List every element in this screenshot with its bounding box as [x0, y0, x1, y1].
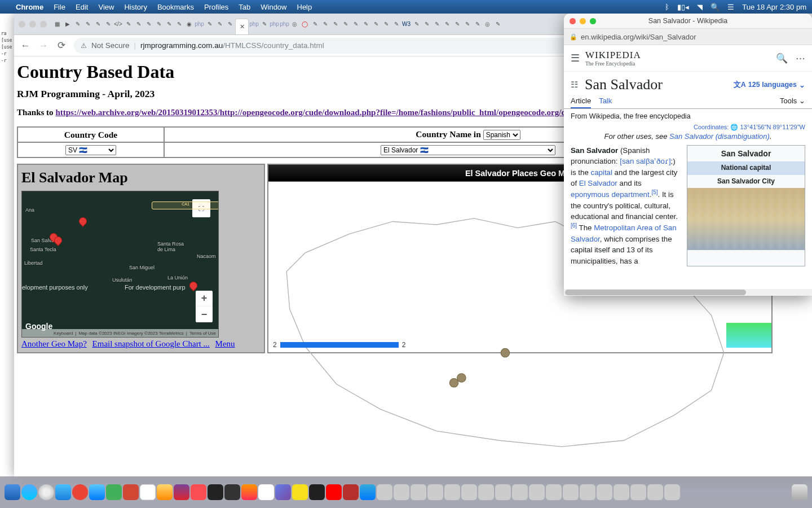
tab-icon[interactable]: ✎	[412, 19, 421, 29]
dock-app-icon[interactable]	[461, 484, 477, 500]
tab-icon[interactable]: ✎	[73, 19, 82, 29]
dock-app-icon[interactable]	[495, 484, 511, 500]
tab-icon[interactable]: ✎	[154, 19, 164, 29]
toc-icon[interactable]: ☷	[571, 80, 578, 90]
dock-app-icon[interactable]	[241, 484, 257, 500]
dock-app-icon[interactable]	[394, 484, 409, 500]
dock-app-icon[interactable]	[512, 484, 528, 500]
dock-app-icon[interactable]	[174, 484, 189, 500]
tab-icon[interactable]: ▦	[52, 19, 62, 29]
bluetooth-icon[interactable]: ᛒ	[665, 3, 669, 11]
coordinates-link[interactable]: 13°41′56″N 89°11′29″W	[740, 124, 805, 130]
minimize-icon[interactable]	[580, 18, 586, 24]
menu-window[interactable]: Window	[261, 3, 286, 11]
map-pin-icon[interactable]	[54, 237, 61, 248]
tab-icon[interactable]: php	[280, 19, 289, 29]
tab-talk[interactable]: Talk	[599, 97, 612, 108]
tab-article[interactable]: Article	[571, 97, 591, 108]
forward-button[interactable]: →	[38, 40, 49, 51]
country-code-select[interactable]: SV 🇸🇻	[65, 145, 116, 155]
tab-icon[interactable]: php	[270, 19, 279, 29]
menu-edit[interactable]: Edit	[76, 3, 88, 11]
dock-app-icon[interactable]	[647, 484, 663, 500]
zoom-out-button[interactable]: −	[196, 306, 213, 322]
dock-app-icon[interactable]	[529, 484, 545, 500]
tab-icon[interactable]: ✎	[493, 19, 502, 29]
dock-app-icon[interactable]	[343, 484, 359, 500]
tab-icon[interactable]: ✎	[174, 19, 184, 29]
menu-file[interactable]: File	[54, 3, 65, 11]
language-switcher[interactable]: 文A 125 languages ⌄	[734, 80, 805, 90]
dock-safari-icon[interactable]	[21, 484, 37, 500]
menubar-clock[interactable]: Tue 18 Apr 2:30 pm	[742, 3, 806, 11]
dock-app-icon[interactable]	[326, 484, 342, 500]
dock-app-icon[interactable]	[444, 484, 460, 500]
dock-app-icon[interactable]	[478, 484, 494, 500]
dock-app-icon[interactable]	[360, 484, 376, 500]
tab-icon[interactable]: ◎	[290, 19, 299, 29]
dock-app-icon[interactable]	[123, 484, 139, 500]
safari-addressbar[interactable]: 🔒 en.wikipedia.org/wiki/San_Salvador	[564, 28, 812, 45]
tab-icon[interactable]: ✎	[473, 19, 482, 29]
dock-calendar-icon[interactable]	[140, 484, 156, 500]
dock-settings-icon[interactable]	[38, 484, 54, 500]
tab-icon[interactable]: ✎	[361, 19, 370, 29]
hamburger-icon[interactable]: ☰	[571, 52, 580, 64]
dock-app-icon[interactable]	[377, 484, 392, 500]
dock-firefox-icon[interactable]	[258, 484, 274, 500]
reload-button[interactable]: ⟳	[56, 40, 67, 51]
tab-icon[interactable]: ✎	[452, 19, 462, 29]
tab-icon[interactable]: ✎	[134, 19, 143, 29]
zoom-in-button[interactable]: +	[196, 291, 213, 306]
tab-icon[interactable]: ✎	[391, 19, 401, 29]
tab-icon[interactable]: ▶	[63, 19, 72, 29]
dock-finder-icon[interactable]	[5, 484, 20, 500]
tab-icon[interactable]: ✎	[422, 19, 431, 29]
menu-profiles[interactable]: Profiles	[204, 3, 228, 11]
dock-app-icon[interactable]	[309, 484, 325, 500]
tab-icon[interactable]: ✎	[164, 19, 174, 29]
tab-icon[interactable]: </>	[113, 19, 123, 29]
dock-mail-icon[interactable]	[55, 484, 71, 500]
menu-history[interactable]: History	[124, 3, 147, 11]
menu-help[interactable]: Help	[297, 3, 312, 11]
tab-icon[interactable]: ✎	[225, 19, 235, 29]
safari-titlebar[interactable]: San Salvador - Wikipedia	[564, 14, 812, 28]
dock-app-icon[interactable]	[597, 484, 612, 500]
tab-active[interactable]	[235, 19, 249, 34]
dock-app-icon[interactable]	[546, 484, 562, 500]
back-button[interactable]: ←	[20, 40, 31, 51]
dock-app-icon[interactable]	[630, 484, 646, 500]
dock-app-icon[interactable]	[664, 484, 680, 500]
dock-app-icon[interactable]	[157, 484, 173, 500]
menu-bookmarks[interactable]: Bookmarks	[157, 3, 194, 11]
tab-icon[interactable]: ✎	[83, 19, 92, 29]
tab-icon[interactable]: php	[249, 19, 259, 29]
thanks-link[interactable]: https://web.archive.org/web/201503190123…	[55, 108, 576, 117]
tab-icon[interactable]: ✎	[103, 19, 113, 29]
tab-icon[interactable]: ✎	[123, 19, 133, 29]
wikipedia-logo[interactable]: WIKIPEDIA The Free Encyclopedia	[585, 50, 641, 67]
dock-app-icon[interactable]	[614, 484, 629, 500]
dock-facetime-icon[interactable]	[106, 484, 122, 500]
dock-app-icon[interactable]	[580, 484, 595, 500]
menu-tab[interactable]: Tab	[239, 3, 250, 11]
dock-filezilla-icon[interactable]	[292, 484, 308, 500]
dock-messages-icon[interactable]	[89, 484, 105, 500]
tab-icon[interactable]: php	[195, 19, 204, 29]
tab-icon[interactable]: ✎	[351, 19, 360, 29]
menu-link[interactable]: Menu	[215, 339, 235, 348]
tab-icon[interactable]: ◎	[483, 19, 492, 29]
tab-icon[interactable]: ◉	[184, 19, 194, 29]
dock-app-icon[interactable]	[563, 484, 579, 500]
tab-icon[interactable]: ✎	[259, 19, 269, 29]
dock-tv-icon[interactable]	[224, 484, 240, 500]
close-icon[interactable]	[570, 18, 576, 24]
control-center-icon[interactable]: ☰	[727, 3, 734, 11]
dock-app-icon[interactable]	[411, 484, 426, 500]
tab-icon[interactable]: ✎	[310, 19, 320, 29]
tab-icon[interactable]: ✎	[93, 19, 103, 29]
zoom-controls[interactable]: +−	[196, 291, 213, 322]
tab-icon[interactable]: ✎	[320, 19, 330, 29]
horizontal-scrollbar[interactable]	[564, 289, 812, 296]
